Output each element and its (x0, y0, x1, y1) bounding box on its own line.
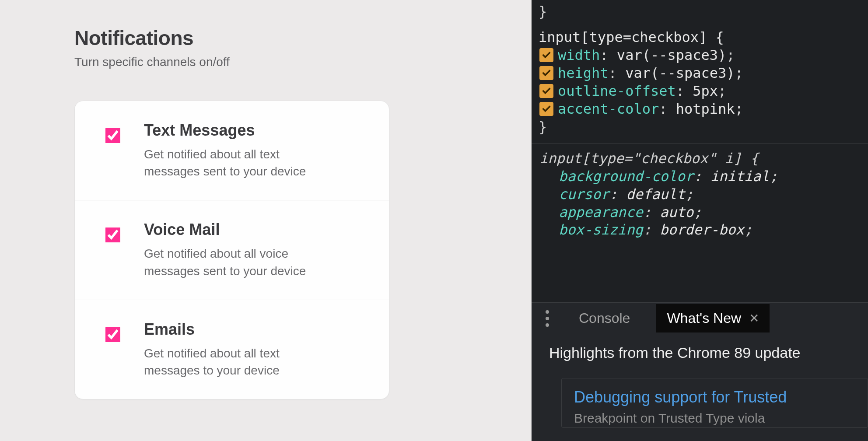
notifications-row-text-messages: Text Messages Get notified about all tex… (75, 101, 389, 200)
styles-author-rule[interactable]: } input[type=checkbox] { width: var(--sp… (532, 0, 868, 144)
row-title: Text Messages (144, 121, 371, 140)
prev-rule-close: } (539, 3, 547, 20)
css-selector[interactable]: input[type=checkbox] { (539, 29, 724, 46)
checkbox-emails[interactable] (105, 327, 121, 342)
declaration-toggle-icon[interactable] (539, 48, 553, 62)
rendered-page: Notifications Turn specific channels on/… (0, 0, 532, 441)
tab-label: What's New (667, 310, 741, 326)
page-subtitle: Turn specific channels on/off (74, 55, 456, 69)
css-declaration[interactable]: width: var(--space3); (539, 46, 868, 64)
row-description: Get notified about all text messages to … (144, 345, 328, 379)
kebab-menu-icon[interactable] (542, 310, 553, 327)
drawer-link[interactable]: Debugging support for Trusted (574, 388, 855, 406)
checkbox-text-messages[interactable] (105, 128, 121, 144)
tab-whats-new[interactable]: What's New ✕ (656, 304, 770, 332)
drawer-tabstrip: Console What's New ✕ (532, 302, 868, 334)
styles-user-agent-rule: input[type="checkbox" i] { background-co… (532, 144, 868, 239)
close-icon[interactable]: ✕ (749, 311, 759, 326)
checkbox-voice-mail[interactable] (105, 228, 121, 243)
drawer-highlight-card[interactable]: Debugging support for Trusted Breakpoint… (561, 378, 868, 428)
row-title: Voice Mail (144, 220, 371, 239)
notifications-row-voice-mail: Voice Mail Get notified about all voice … (75, 200, 389, 300)
devtools-drawer: Console What's New ✕ Highlights from the… (532, 302, 868, 441)
declaration-toggle-icon[interactable] (539, 66, 553, 80)
drawer-headline: Highlights from the Chrome 89 update (549, 344, 868, 361)
css-declaration[interactable]: accent-color: hotpink; (539, 100, 868, 118)
declaration-toggle-icon[interactable] (539, 102, 553, 116)
notifications-row-emails: Emails Get notified about all text messa… (75, 300, 389, 399)
row-title: Emails (144, 320, 371, 339)
drawer-subtext: Breakpoint on Trusted Type viola (574, 411, 855, 426)
notifications-card: Text Messages Get notified about all tex… (74, 101, 389, 399)
drawer-body: Highlights from the Chrome 89 update Deb… (532, 334, 868, 441)
row-description: Get notified about all voice messages se… (144, 245, 328, 279)
page-title: Notifications (74, 26, 456, 50)
css-declaration[interactable]: height: var(--space3); (539, 64, 868, 82)
ua-selector: input[type="checkbox" i] { (539, 150, 759, 167)
tab-console[interactable]: Console (568, 304, 640, 332)
row-description: Get notified about all text messages sen… (144, 146, 328, 180)
devtools-pane: } input[type=checkbox] { width: var(--sp… (532, 0, 868, 441)
declaration-toggle-icon[interactable] (539, 84, 553, 98)
rule-close-brace: } (539, 119, 547, 135)
css-declaration[interactable]: outline-offset: 5px; (539, 82, 868, 100)
